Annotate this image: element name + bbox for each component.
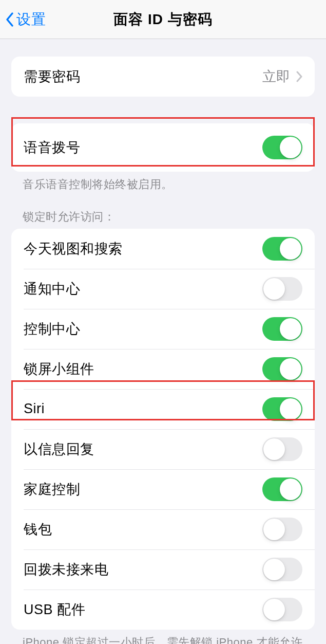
back-label: 设置 — [16, 10, 46, 29]
allow-access-toggle[interactable] — [262, 558, 302, 581]
chevron-right-icon — [296, 71, 302, 82]
allow-access-item-label: 通知中心 — [24, 280, 80, 298]
allow-access-item-label: 控制中心 — [24, 320, 80, 338]
page-title: 面容 ID 与密码 — [0, 10, 326, 29]
require-passcode-row[interactable]: 需要密码 立即 — [11, 57, 315, 97]
allow-access-toggle[interactable] — [262, 598, 302, 621]
allow-access-row: USB 配件 — [11, 590, 315, 630]
allow-access-group: 今天视图和搜索通知中心控制中心锁屏小组件Siri以信息回复家庭控制钱包回拨未接来… — [11, 229, 315, 630]
allow-access-item-label: USB 配件 — [24, 600, 85, 619]
allow-access-row: 控制中心 — [11, 309, 315, 349]
allow-access-row: 以信息回复 — [11, 429, 315, 469]
allow-access-row: 锁屏小组件 — [11, 349, 315, 389]
voice-dial-toggle[interactable] — [262, 136, 302, 159]
allow-access-toggle[interactable] — [262, 437, 302, 461]
back-button[interactable]: 设置 — [5, 10, 46, 29]
allow-access-item-label: Siri — [24, 401, 45, 417]
allow-access-toggle[interactable] — [262, 317, 302, 341]
allow-access-toggle[interactable] — [262, 477, 302, 501]
allow-access-row: 家庭控制 — [11, 469, 315, 509]
allow-access-row: 钱包 — [11, 509, 315, 549]
allow-access-toggle[interactable] — [262, 397, 302, 421]
voice-dial-footer: 音乐语音控制将始终被启用。 — [0, 172, 326, 193]
allow-access-footer: iPhone 锁定超过一小时后，需先解锁 iPhone 才能允许 USB 配件连… — [0, 630, 326, 644]
allow-access-item-label: 锁屏小组件 — [24, 360, 94, 378]
allow-access-item-label: 回拨未接来电 — [24, 560, 108, 579]
allow-access-toggle[interactable] — [262, 277, 302, 301]
allow-access-row: 今天视图和搜索 — [11, 229, 315, 269]
allow-access-row: Siri — [11, 389, 315, 429]
voice-dial-label: 语音拨号 — [24, 138, 80, 157]
allow-access-header: 锁定时允许访问： — [0, 193, 326, 229]
allow-access-item-label: 今天视图和搜索 — [24, 240, 123, 258]
allow-access-row: 回拨未接来电 — [11, 549, 315, 590]
require-passcode-label: 需要密码 — [24, 67, 80, 86]
voice-dial-row: 语音拨号 — [11, 123, 315, 172]
allow-access-item-label: 以信息回复 — [24, 440, 94, 458]
allow-access-item-label: 钱包 — [24, 520, 52, 539]
chevron-left-icon — [5, 12, 14, 27]
navigation-bar: 设置 面容 ID 与密码 — [0, 0, 326, 39]
require-passcode-group: 需要密码 立即 — [11, 57, 315, 97]
allow-access-row: 通知中心 — [11, 269, 315, 309]
allow-access-toggle[interactable] — [262, 237, 302, 261]
require-passcode-value: 立即 — [262, 67, 290, 86]
allow-access-item-label: 家庭控制 — [24, 480, 80, 499]
allow-access-toggle[interactable] — [262, 518, 302, 541]
voice-dial-group: 语音拨号 — [11, 123, 315, 172]
allow-access-toggle[interactable] — [262, 357, 302, 381]
